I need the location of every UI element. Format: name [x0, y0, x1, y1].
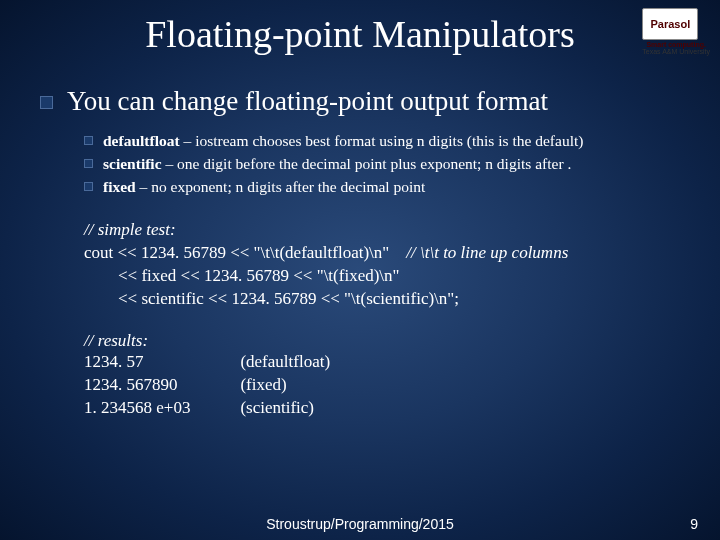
code-example: // simple test: cout << 1234. 56789 << "…: [84, 219, 680, 311]
results-comment: // results:: [84, 331, 680, 351]
bullet-square-icon: [84, 136, 93, 145]
result-label: (defaultfloat): [240, 351, 330, 374]
logo-box: Parasol: [642, 8, 698, 40]
slide-title: Floating-point Manipulators: [0, 0, 720, 56]
bullet-square-icon: [84, 182, 93, 191]
sub-bullet-text: fixed – no exponent; n digits after the …: [103, 177, 425, 197]
sub-bullet-list: defaultfloat – iostream chooses best for…: [84, 131, 680, 197]
results-values: 1234. 57 1234. 567890 1. 234568 e+03: [84, 351, 190, 420]
result-value: 1234. 567890: [84, 374, 190, 397]
code-line: << fixed << 1234. 56789 << "\t(fixed)\n": [84, 265, 680, 288]
main-bullet-text: You can change floating-point output for…: [67, 86, 548, 117]
parasol-logo: Parasol Smart computing. Texas A&M Unive…: [642, 8, 710, 55]
slide-content: You can change floating-point output for…: [0, 56, 720, 420]
code-line: << scientific << 1234. 56789 << "\t(scie…: [84, 288, 680, 311]
result-label: (fixed): [240, 374, 330, 397]
result-value: 1. 234568 e+03: [84, 397, 190, 420]
code-comment: // simple test:: [84, 219, 680, 242]
bullet-square-icon: [84, 159, 93, 168]
logo-university: Texas A&M University: [642, 48, 710, 55]
logo-tagline: Smart computing.: [642, 41, 710, 48]
bullet-square-icon: [40, 96, 53, 109]
sub-bullet-text: defaultfloat – iostream chooses best for…: [103, 131, 583, 151]
slide-footer: Stroustrup/Programming/2015: [0, 516, 720, 532]
sub-bullet-text: scientific – one digit before the decima…: [103, 154, 571, 174]
results-block: // results: 1234. 57 1234. 567890 1. 234…: [84, 331, 680, 420]
main-bullet: You can change floating-point output for…: [40, 86, 680, 117]
code-line: cout << 1234. 56789 << "\t\t(defaultfloa…: [84, 242, 680, 265]
result-label: (scientific): [240, 397, 330, 420]
page-number: 9: [690, 516, 698, 532]
sub-bullet: scientific – one digit before the decima…: [84, 154, 680, 174]
results-labels: (defaultfloat) (fixed) (scientific): [240, 351, 330, 420]
result-value: 1234. 57: [84, 351, 190, 374]
sub-bullet: fixed – no exponent; n digits after the …: [84, 177, 680, 197]
sub-bullet: defaultfloat – iostream chooses best for…: [84, 131, 680, 151]
